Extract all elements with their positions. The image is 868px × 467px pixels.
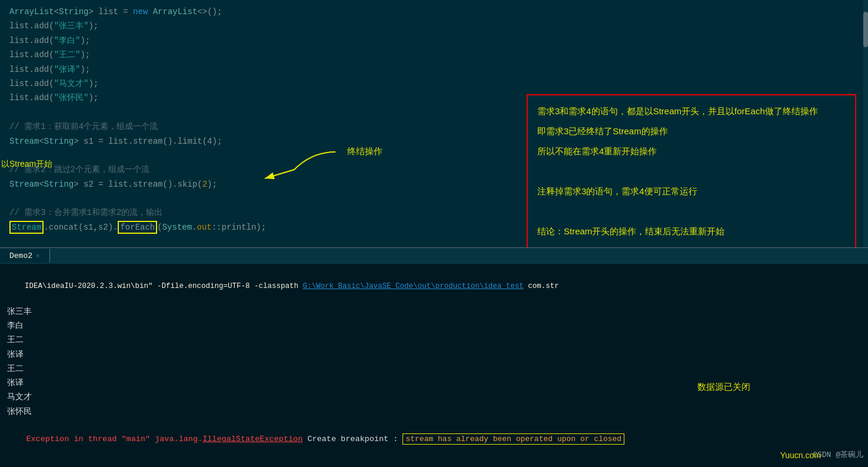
stack-trace-1: at java.base/java.util.stream.AbstractPi…: [0, 460, 868, 467]
error-main-line: Exception in thread "main" java.lang.Ill…: [0, 419, 868, 460]
error-highlight-box: stream has already been operated upon or…: [403, 433, 624, 445]
terminal-area: IDEA\ideaIU-2020.2.3.win\bin" -Dfile.enc…: [0, 264, 868, 467]
output-line-5: 王二: [0, 362, 868, 376]
code-line-4: list.add("王二");: [0, 48, 868, 62]
tab-label: Demo2: [9, 251, 32, 260]
code-line-2: list.add("张三丰");: [0, 19, 868, 33]
classpath-link[interactable]: G:\Work_Basic\JavaSE_Code\out\production…: [303, 282, 524, 290]
tab-close-icon[interactable]: ×: [36, 253, 40, 260]
annotation-box: 需求3和需求4的语句，都是以Stream开头，并且以forEach做了终结操作 …: [527, 94, 856, 247]
annotation-line-2: 即需求3已经终结了Stream的操作: [537, 122, 846, 140]
arrow-icon: [218, 146, 347, 193]
stream-start-label: 以Stream开始: [1, 159, 52, 170]
code-line-1: ArrayList<String> list = new ArrayList<>…: [0, 5, 868, 19]
foreach-highlight-1: forEach: [118, 221, 157, 234]
terminal-cmd-line: IDEA\ideaIU-2020.2.3.win\bin" -Dfile.enc…: [0, 267, 868, 305]
output-line-4: 张译: [0, 348, 868, 362]
csdn-label: CSDN @茶碗儿: [813, 449, 863, 460]
annotation-line-5: 结论：Stream开头的操作，结束后无法重新开始: [537, 223, 846, 240]
output-line-7: 马文才: [0, 390, 868, 405]
tab-demo2[interactable]: Demo2 ×: [0, 249, 50, 263]
stream-highlight-1: Stream: [9, 221, 44, 234]
annotation-line-1: 需求3和需求4的语句，都是以Stream开头，并且以forEach做了终结操作: [537, 102, 846, 120]
annotation-line-4: 注释掉需求3的语句，需求4便可正常运行: [537, 183, 846, 200]
data-closed-label: 数据源已关闭: [697, 382, 750, 393]
exception-link[interactable]: IllegalStateException: [202, 435, 302, 443]
code-line-5: list.add("张译");: [0, 62, 868, 77]
tab-bar: Demo2 ×: [0, 247, 868, 264]
editor-area: ArrayList<String> list = new ArrayList<>…: [0, 0, 868, 247]
code-line-3: list.add("李白");: [0, 34, 868, 48]
output-line-8: 张怀民: [0, 405, 868, 419]
output-line-2: 李白: [0, 319, 868, 333]
output-line-1: 张三丰: [0, 305, 868, 319]
annotation-line-3: 所以不能在需求4重新开始操作: [537, 143, 846, 160]
terminal-op-label: 终结操作: [347, 146, 383, 157]
type-keyword: ArrayList: [9, 5, 54, 18]
output-line-3: 王二: [0, 333, 868, 347]
code-line-6: list.add("马文才");: [0, 77, 868, 91]
